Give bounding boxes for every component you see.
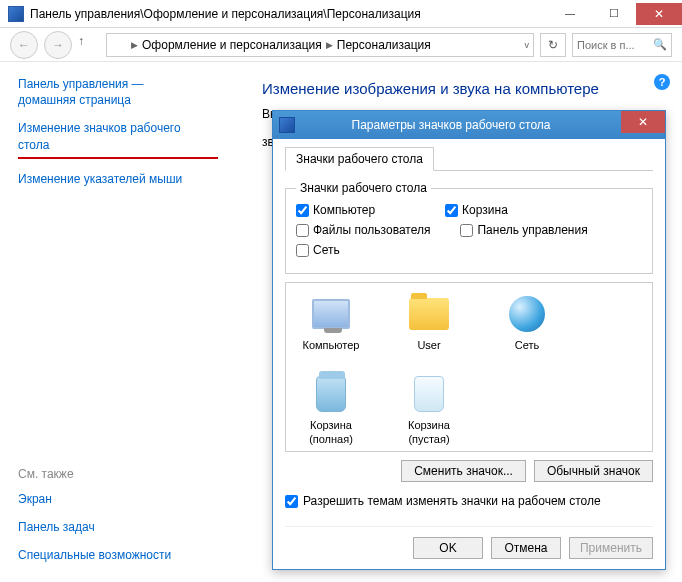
recycle-bin-full-icon — [316, 376, 346, 412]
search-input[interactable] — [577, 39, 647, 51]
icon-item-bin-empty[interactable]: Корзина(пустая) — [394, 373, 464, 447]
help-icon[interactable]: ? — [654, 74, 670, 90]
forward-button[interactable]: → — [44, 31, 72, 59]
accessibility-link[interactable]: Специальные возможности — [18, 547, 222, 563]
window-title: Панель управления\Оформление и персонали… — [30, 7, 548, 21]
allow-themes-label: Разрешить темам изменять значки на рабоч… — [303, 494, 601, 508]
up-button[interactable]: ↑ — [78, 34, 100, 56]
cpl-home-link[interactable]: Панель управления —домашняя страница — [18, 76, 222, 108]
breadcrumb-level1[interactable]: Оформление и персонализация — [142, 38, 322, 52]
cancel-button[interactable]: Отмена — [491, 537, 561, 559]
back-button[interactable]: ← — [10, 31, 38, 59]
tab-desktop-icons[interactable]: Значки рабочего стола — [285, 147, 434, 171]
ok-button[interactable]: OK — [413, 537, 483, 559]
checkbox-user-files[interactable]: Файлы пользователя — [296, 223, 430, 237]
checkbox-computer[interactable]: Компьютер — [296, 203, 375, 217]
apply-button[interactable]: Применить — [569, 537, 653, 559]
checkbox-control-panel[interactable]: Панель управления — [460, 223, 587, 237]
refresh-button[interactable]: ↻ — [540, 33, 566, 57]
folder-icon — [409, 298, 449, 330]
change-icon-button[interactable]: Сменить значок... — [401, 460, 526, 482]
desktop-icons-group: Значки рабочего стола Компьютер Корзина … — [285, 181, 653, 274]
page-title: Изменение изображения и звука на компьют… — [262, 80, 660, 97]
group-legend: Значки рабочего стола — [296, 181, 431, 195]
search-icon: 🔍 — [653, 38, 667, 51]
icon-item-network[interactable]: Сеть — [492, 293, 562, 353]
cpl-icon — [111, 37, 127, 53]
mouse-pointers-link[interactable]: Изменение указателей мыши — [18, 171, 222, 187]
dialog-icon — [279, 117, 295, 133]
maximize-button[interactable] — [592, 3, 636, 25]
close-button[interactable] — [636, 3, 682, 25]
icon-item-computer[interactable]: Компьютер — [296, 293, 366, 353]
breadcrumb-level2[interactable]: Персонализация — [337, 38, 431, 52]
checkbox-recycle-bin[interactable]: Корзина — [445, 203, 508, 217]
selection-underline — [18, 157, 218, 159]
breadcrumb-dropdown-icon[interactable]: v — [525, 40, 530, 50]
dialog-title: Параметры значков рабочего стола — [301, 118, 621, 132]
icon-item-user[interactable]: User — [394, 293, 464, 353]
monitor-icon — [312, 299, 350, 329]
default-icon-button[interactable]: Обычный значок — [534, 460, 653, 482]
screen-link[interactable]: Экран — [18, 491, 222, 507]
desktop-icons-dialog: Параметры значков рабочего стола Значки … — [272, 110, 666, 570]
search-box[interactable]: 🔍 — [572, 33, 672, 57]
allow-themes-checkbox[interactable] — [285, 495, 298, 508]
minimize-button[interactable] — [548, 3, 592, 25]
globe-icon — [509, 296, 545, 332]
desktop-icons-link[interactable]: Изменение значков рабочегостола — [18, 120, 222, 152]
taskbar-link[interactable]: Панель задач — [18, 519, 222, 535]
icon-item-bin-full[interactable]: Корзина(полная) — [296, 373, 366, 447]
dialog-close-button[interactable] — [621, 111, 665, 133]
cpl-icon — [8, 6, 24, 22]
checkbox-network[interactable]: Сеть — [296, 243, 340, 257]
recycle-bin-empty-icon — [414, 376, 444, 412]
see-also-label: См. также — [18, 467, 222, 481]
chevron-right-icon: ▶ — [131, 40, 138, 50]
chevron-right-icon: ▶ — [326, 40, 333, 50]
breadcrumb[interactable]: ▶ Оформление и персонализация ▶ Персонал… — [106, 33, 534, 57]
icons-preview-panel: Компьютер User Сеть Корзина(полная) Корз… — [285, 282, 653, 452]
